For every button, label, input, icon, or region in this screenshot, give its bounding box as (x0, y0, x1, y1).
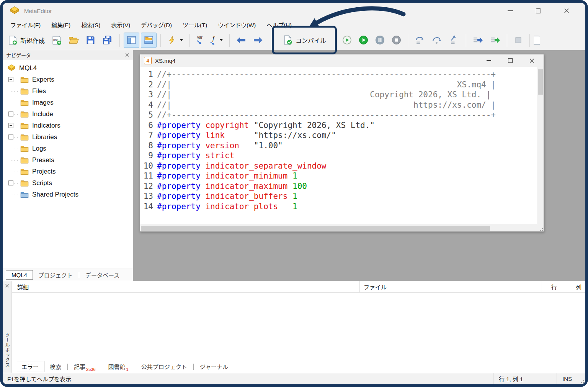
new-project-button[interactable]: proj (49, 33, 64, 48)
toolbox-tab-errors[interactable]: エラー (16, 361, 44, 372)
line-number: 2 (140, 80, 153, 90)
navigator-close-icon[interactable] (125, 53, 129, 57)
save-button[interactable] (83, 33, 98, 48)
insert-mode-indicator: INS (557, 376, 578, 382)
menu-item-edit[interactable]: 編集(E) (51, 20, 71, 30)
menu-item-search[interactable]: 検索(S) (80, 20, 101, 30)
tree-item-experts[interactable]: Experts (3, 74, 133, 85)
tree-item-label: Files (32, 87, 46, 95)
navigate-back-button[interactable] (234, 33, 249, 48)
toolbox-tab-library[interactable]: 図書館1 (104, 361, 133, 372)
navigate-forward-button[interactable] (250, 33, 266, 48)
continue-debug-button[interactable] (487, 33, 503, 48)
window-title: MetaEditor (24, 8, 52, 14)
compile-label: コンパイル (296, 36, 326, 45)
menu-item-view[interactable]: 表示(V) (110, 20, 131, 30)
tree-item-shared-projects[interactable]: Shared Projects (3, 189, 133, 200)
editor-maximize-icon[interactable] (508, 58, 513, 63)
tree-item-presets[interactable]: Presets (3, 154, 133, 166)
editor-close-icon[interactable] (529, 58, 534, 63)
step-into-button[interactable] (412, 33, 428, 48)
toggle-navigator-button[interactable] (124, 33, 139, 48)
toggle-toolbox-button[interactable] (141, 33, 157, 48)
styler-button[interactable] (165, 33, 186, 48)
expand-icon[interactable] (8, 180, 13, 185)
horizontal-scrollbar[interactable] (140, 225, 537, 231)
window-resize-grip[interactable] (578, 373, 585, 384)
toolbox-tab-search[interactable]: 検索 (45, 361, 66, 372)
tree-item-label: Logs (32, 145, 46, 153)
tree-item-images[interactable]: Images (3, 97, 133, 108)
open-file-button[interactable] (66, 33, 82, 48)
step-over-icon (432, 35, 442, 45)
compile-button[interactable]: コンパイル (277, 33, 332, 48)
column-header-details[interactable]: 詳細 (12, 281, 359, 292)
dropdown-caret-icon[interactable] (180, 39, 183, 41)
expand-icon[interactable] (8, 134, 13, 139)
minimize-icon[interactable] (508, 10, 513, 11)
code-editor[interactable]: 1//+------------------------------------… (140, 67, 537, 225)
step-over-button[interactable] (429, 33, 445, 48)
mdi-background: 4 XS.mq4 1//+----------------------- (133, 50, 585, 281)
line-number: 7 (140, 130, 153, 141)
stop-debug-button[interactable] (389, 33, 404, 48)
resize-grip-icon (579, 378, 585, 384)
vertical-scrollbar[interactable] (537, 67, 544, 225)
tree-item-indicators[interactable]: Indicators (3, 120, 133, 131)
new-file-icon (8, 35, 18, 45)
save-all-button[interactable] (100, 33, 116, 48)
expand-icon[interactable] (8, 123, 13, 128)
menu-item-tools[interactable]: ツール(T) (182, 20, 208, 30)
code-line: 3//| Copyright 2026, XS Ltd. | (140, 90, 537, 100)
column-header-file[interactable]: ファイル (359, 281, 542, 292)
toolbox-tab-journal[interactable]: ジャーナル (195, 361, 233, 372)
horizontal-scroll-thumb[interactable] (141, 226, 490, 231)
navigator-tab-mql4[interactable]: MQL4 (6, 270, 33, 280)
tree-item-logs[interactable]: Logs (3, 143, 133, 154)
toolbar-separator (507, 34, 507, 47)
new-file-button[interactable]: 新規作成 (5, 33, 47, 48)
tree-item-label: Indicators (32, 122, 60, 130)
vertical-scroll-thumb[interactable] (538, 69, 543, 95)
toolbox-tab-articles[interactable]: 記事2536 (69, 361, 100, 372)
run-to-cursor-button[interactable] (470, 33, 486, 48)
navigator-tab-database[interactable]: データベース (81, 270, 124, 280)
menu-item-debug[interactable]: デバッグ(D) (140, 20, 173, 30)
tree-item-scripts[interactable]: Scripts (3, 177, 133, 189)
tree-item-include[interactable]: Include (3, 108, 133, 120)
toolbox-close-icon[interactable] (5, 284, 9, 288)
tree-item-files[interactable]: Files (3, 85, 133, 97)
expand-icon[interactable] (8, 77, 13, 82)
navigator-tab-projects[interactable]: プロジェクト (34, 270, 77, 280)
column-header-column[interactable]: 列 (561, 281, 585, 292)
menu-bar: ファイル(F) 編集(E) 検索(S) 表示(V) デバッグ(D) ツール(T)… (3, 19, 585, 30)
editor-title-bar[interactable]: 4 XS.mq4 (140, 54, 544, 67)
watch-variable-button[interactable]: var (194, 33, 206, 48)
stop-profiling-button[interactable] (511, 33, 526, 48)
insert-function-button[interactable]: f (207, 33, 225, 48)
menu-item-help[interactable]: ヘルプ(H) (266, 20, 292, 30)
pause-debug-button[interactable] (372, 33, 387, 48)
column-header-line[interactable]: 行 (542, 281, 561, 292)
toolbox-tab-public-projects[interactable]: 公共プロジェクト (137, 361, 192, 372)
editor-minimize-icon[interactable] (487, 60, 491, 61)
close-icon[interactable] (564, 8, 569, 13)
tree-item-mql4-root[interactable]: MQL4 (3, 62, 133, 74)
maximize-icon[interactable] (536, 8, 541, 13)
dropdown-caret-icon[interactable] (220, 39, 223, 41)
menu-item-window[interactable]: ウインドウ(W) (217, 20, 256, 30)
tree-item-libraries[interactable]: Libraries (3, 131, 133, 143)
line-number: 10 (140, 161, 153, 171)
cursor-position: 行 1, 列 1 (493, 375, 557, 383)
editor-resize-corner[interactable] (537, 225, 544, 231)
code-line: 14#property indicator_plots 1 (140, 202, 537, 212)
navigator-tree: MQL4 Experts Files Images (3, 60, 133, 269)
expand-icon[interactable] (8, 112, 13, 116)
menu-item-file[interactable]: ファイル(F) (10, 20, 41, 30)
start-debug-button[interactable] (356, 33, 371, 48)
partial-toolbar-button[interactable] (534, 33, 540, 48)
step-out-button[interactable] (446, 33, 462, 48)
folder-icon (20, 121, 29, 130)
tree-item-projects[interactable]: Projects (3, 166, 133, 177)
restart-debug-button[interactable] (340, 33, 354, 48)
